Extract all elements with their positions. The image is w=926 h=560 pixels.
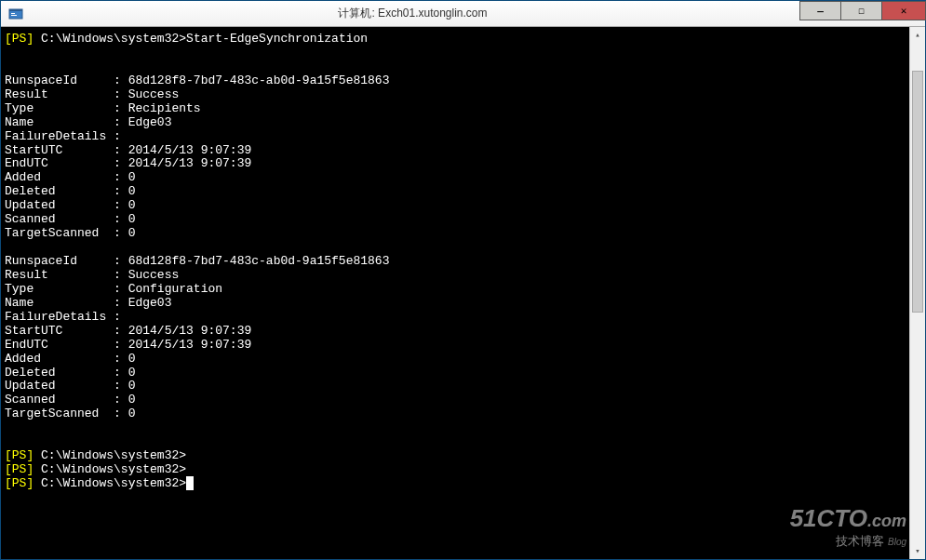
ps-prompt-bracket: [ [5,32,12,46]
ps-prompt-label: PS [12,448,27,462]
output-line: Added : 0 [5,352,135,366]
app-icon [6,4,26,24]
output-line: Scanned : 0 [5,212,135,226]
output-line: Updated : 0 [5,198,135,212]
output-line: RunspaceId : 68d128f8-7bd7-483c-ab0d-9a1… [5,254,389,268]
scroll-down-button[interactable]: ▾ [910,543,925,559]
svg-rect-3 [11,15,17,16]
watermark-blog: Blog [888,537,906,547]
output-line: FailureDetails : [5,310,121,324]
prompt-path: C:\Windows\system32> [41,476,186,490]
cursor [186,476,194,490]
ps-prompt-label: PS [12,32,27,46]
output-line: EndUTC : 2014/5/13 9:07:39 [5,156,251,170]
prompt-path: C:\Windows\system32> [41,32,186,46]
prompt-path: C:\Windows\system32> [41,448,186,462]
close-button[interactable]: ✕ [881,1,926,20]
ps-prompt-bracket: [ [5,462,12,476]
terminal-output[interactable]: [PS] C:\Windows\system32>Start-EdgeSynch… [1,27,909,559]
minimize-icon: — [817,6,824,17]
output-line: Scanned : 0 [5,393,135,407]
output-line: FailureDetails : [5,129,121,143]
close-icon: ✕ [901,5,907,17]
scroll-up-button[interactable]: ▴ [910,27,925,43]
ps-prompt-label: PS [12,476,27,490]
output-line: Result : Success [5,87,179,101]
output-line: Deleted : 0 [5,366,135,380]
output-line: Updated : 0 [5,379,135,393]
ps-prompt-bracket: [ [5,476,12,490]
window: 计算机: Exch01.xutonglin.com — ☐ ✕ [PS] C:\… [0,0,926,560]
ps-prompt-bracket: ] [26,462,34,476]
output-line: TargetScanned : 0 [5,226,135,240]
watermark-sub: 技术博客 [836,534,884,548]
ps-prompt-bracket: [ [5,448,12,462]
terminal-container: [PS] C:\Windows\system32>Start-EdgeSynch… [1,27,925,559]
scroll-track[interactable] [910,43,925,543]
vertical-scrollbar[interactable]: ▴ ▾ [909,27,925,559]
prompt-path: C:\Windows\system32> [41,462,186,476]
window-controls: — ☐ ✕ [799,1,925,26]
watermark-main: 51CTO [790,504,867,532]
output-line: TargetScanned : 0 [5,407,135,420]
scroll-thumb[interactable] [912,71,923,313]
ps-prompt-bracket: ] [26,448,34,462]
titlebar[interactable]: 计算机: Exch01.xutonglin.com — ☐ ✕ [1,1,925,27]
command-text: Start-EdgeSynchronization [186,32,368,46]
output-line: RunspaceId : 68d128f8-7bd7-483c-ab0d-9a1… [5,73,389,87]
output-line: Type : Configuration [5,282,222,296]
output-line: StartUTC : 2014/5/13 9:07:39 [5,324,251,338]
output-line: Type : Recipients [5,101,201,115]
output-line: Added : 0 [5,170,135,184]
maximize-icon: ☐ [858,5,865,17]
watermark: 51CTO.com 技术博客 Blog [790,504,906,550]
window-title: 计算机: Exch01.xutonglin.com [26,6,799,21]
minimize-button[interactable]: — [799,1,841,20]
output-line: Name : Edge03 [5,296,171,310]
ps-prompt-bracket: ] [26,476,34,490]
svg-rect-1 [9,9,22,11]
ps-prompt-label: PS [12,462,27,476]
output-line: EndUTC : 2014/5/13 9:07:39 [5,338,251,352]
output-line: Deleted : 0 [5,184,135,198]
ps-prompt-bracket: ] [26,32,34,46]
maximize-button[interactable]: ☐ [840,1,882,20]
watermark-suffix: .com [867,512,906,530]
svg-rect-2 [11,13,15,14]
output-line: StartUTC : 2014/5/13 9:07:39 [5,143,251,157]
output-line: Name : Edge03 [5,115,171,129]
output-line: Result : Success [5,268,179,282]
